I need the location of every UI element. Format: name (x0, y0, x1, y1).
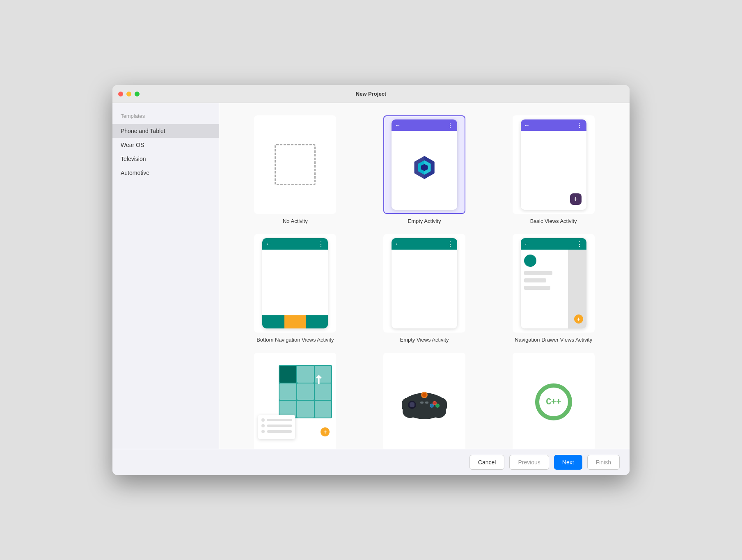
drawer-fab-icon: + (574, 314, 583, 324)
svg-point-15 (436, 404, 439, 407)
drawer-list-item-2 (524, 278, 547, 282)
main-content: No Activity ← ⋮ (219, 103, 630, 449)
template-label-bottom-nav: Bottom Navigation Views Activity (256, 337, 334, 343)
cancel-button[interactable]: Cancel (469, 455, 505, 470)
phone-bar-bottom-nav: ← ⋮ (262, 238, 328, 250)
template-label-empty-views: Empty Views Activity (400, 337, 449, 343)
back-arrow-icon: ← (524, 241, 530, 247)
svg-rect-11 (410, 402, 414, 407)
list-line-3 (267, 430, 292, 433)
list-dot-1 (261, 418, 265, 422)
phone-body-empty (392, 131, 457, 210)
drawer-overlay: + (521, 250, 586, 328)
resp-list-item-3 (261, 430, 292, 433)
drawer-content (521, 250, 568, 328)
sidebar-section-title: Templates (112, 110, 219, 124)
phone-body-nav-drawer: + (521, 250, 586, 328)
sidebar: Templates Phone and Tablet Wear OS Telev… (112, 103, 219, 449)
more-options-icon: ⋮ (576, 240, 583, 248)
phone-mock-bottom-nav: ← ⋮ (262, 238, 328, 328)
app-window: New Project Templates Phone and Tablet W… (112, 85, 630, 475)
drawer-header-image (524, 255, 536, 267)
grid-cell-1 (279, 366, 296, 383)
template-preview-no-activity (254, 115, 336, 214)
svg-rect-21 (425, 402, 428, 404)
phone-bar-empty-views: ← ⋮ (392, 238, 457, 250)
template-preview-basic-views: ← ⋮ + (513, 115, 595, 214)
android-studio-logo (410, 153, 439, 182)
resp-list-item-1 (261, 418, 292, 422)
traffic-lights (118, 92, 140, 96)
drawer-list-item-1 (524, 271, 552, 275)
responsive-list (258, 415, 295, 439)
cpp-logo: C++ (535, 383, 572, 420)
sidebar-item-automotive[interactable]: Automotive (112, 166, 219, 180)
list-dot-2 (261, 424, 265, 427)
phone-body-basic: + (521, 131, 586, 210)
game-preview-container (392, 369, 457, 435)
template-preview-empty-views: ← ⋮ (383, 234, 465, 333)
templates-grid: No Activity ← ⋮ (236, 115, 613, 449)
template-label-no-activity: No Activity (283, 218, 308, 224)
phone-body-bottom-nav (262, 250, 328, 315)
template-bottom-navigation[interactable]: ← ⋮ Bottom Navigation Views Activity (236, 234, 355, 343)
fab-icon: + (570, 193, 582, 205)
more-options-icon: ⋮ (318, 240, 325, 248)
resp-fab-icon: + (321, 427, 330, 436)
svg-rect-20 (420, 402, 424, 404)
svg-point-17 (431, 404, 433, 407)
phone-mock-empty-activity: ← ⋮ (392, 119, 457, 210)
sidebar-item-phone-tablet[interactable]: Phone and Tablet (112, 124, 219, 138)
previous-button[interactable]: Previous (509, 455, 549, 470)
svg-point-19 (422, 393, 426, 397)
template-native-cpp[interactable]: C++ Native C++ (494, 353, 613, 449)
template-responsive-views[interactable]: ↗ (236, 353, 355, 449)
resp-list-item-2 (261, 424, 292, 427)
back-arrow-icon: ← (266, 241, 271, 247)
template-empty-views[interactable]: ← ⋮ Empty Views Activity (365, 234, 484, 343)
template-empty-activity[interactable]: ← ⋮ (365, 115, 484, 224)
template-nav-drawer[interactable]: ← ⋮ (494, 234, 613, 343)
more-options-icon: ⋮ (576, 122, 583, 129)
phone-bar-empty: ← ⋮ (392, 119, 457, 131)
grid-cell-4 (279, 383, 296, 400)
template-no-activity[interactable]: No Activity (236, 115, 355, 224)
list-dot-3 (261, 430, 265, 433)
more-options-icon: ⋮ (447, 240, 454, 248)
drawer-list-item-3 (524, 286, 550, 290)
template-preview-empty-activity: ← ⋮ (383, 115, 465, 214)
list-line-1 (267, 419, 292, 421)
grid-cell-8 (297, 401, 314, 418)
window-title: New Project (356, 91, 386, 97)
title-bar: New Project (112, 85, 630, 103)
nav-tab-2-active (284, 315, 306, 328)
next-button[interactable]: Next (554, 455, 582, 470)
sidebar-item-television[interactable]: Television (112, 152, 219, 166)
bottom-bar: Cancel Previous Next Finish (112, 449, 630, 475)
content-area: Templates Phone and Tablet Wear OS Telev… (112, 103, 630, 449)
phone-mock-nav-drawer: ← ⋮ (521, 238, 586, 328)
phone-mock-basic-views: ← ⋮ + (521, 119, 586, 210)
minimize-button[interactable] (126, 92, 131, 96)
grid-cell-5 (297, 383, 314, 400)
maximize-button[interactable] (135, 92, 140, 96)
gamepad-icon (400, 383, 449, 420)
close-button[interactable] (118, 92, 123, 96)
template-label-basic-views: Basic Views Activity (530, 218, 577, 224)
template-preview-game (383, 353, 465, 449)
list-line-2 (267, 425, 292, 427)
template-game-activity[interactable]: Game Activity (365, 353, 484, 449)
sidebar-item-wear-os[interactable]: Wear OS (112, 138, 219, 152)
no-activity-dashed-box (275, 144, 316, 185)
responsive-grid (279, 365, 332, 418)
responsive-preview-container: ↗ (258, 365, 332, 439)
svg-point-13 (433, 402, 436, 404)
bottom-navigation-bar (262, 315, 328, 328)
template-preview-bottom-nav: ← ⋮ (254, 234, 336, 333)
template-basic-views-activity[interactable]: ← ⋮ + Basic Views Activity (494, 115, 613, 224)
finish-button[interactable]: Finish (587, 455, 620, 470)
phone-bar-nav-drawer: ← ⋮ (521, 238, 586, 250)
template-label-empty-activity: Empty Activity (408, 218, 441, 224)
template-preview-cpp: C++ (513, 353, 595, 449)
grid-cell-9 (315, 401, 332, 418)
